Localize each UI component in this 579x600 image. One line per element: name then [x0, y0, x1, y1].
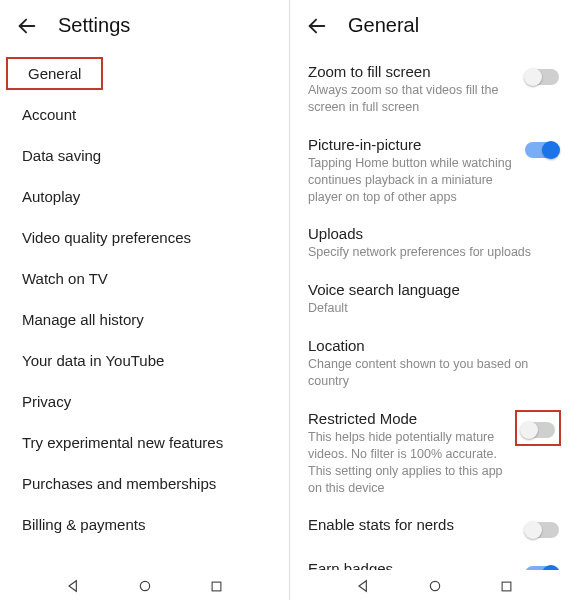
setting-desc: Default: [308, 300, 561, 317]
general-settings-list: Zoom to fill screenAlways zoom so that v…: [290, 47, 579, 570]
setting-row[interactable]: Voice search languageDefault: [290, 271, 579, 327]
nav-home-icon[interactable]: [427, 578, 443, 594]
settings-menu-item[interactable]: Account: [0, 94, 289, 135]
general-title: General: [348, 14, 419, 37]
settings-menu-item[interactable]: Manage all history: [0, 299, 289, 340]
setting-row[interactable]: Earn badgesReceive badges across all You…: [290, 550, 579, 570]
toggle-knob: [524, 521, 542, 539]
setting-title: Voice search language: [308, 281, 561, 298]
setting-desc: Tapping Home button while watching conti…: [308, 155, 513, 206]
setting-desc: This helps hide potentially mature video…: [308, 429, 505, 497]
toggle-switch[interactable]: [521, 422, 555, 438]
setting-row[interactable]: UploadsSpecify network preferences for u…: [290, 215, 579, 271]
setting-title: Restricted Mode: [308, 410, 505, 427]
toggle-wrap: [523, 516, 561, 540]
toggle-knob: [520, 421, 538, 439]
settings-menu-item[interactable]: Autoplay: [0, 176, 289, 217]
setting-desc: Always zoom so that videos fill the scre…: [308, 82, 513, 116]
setting-text: Voice search languageDefault: [308, 281, 561, 317]
setting-text: Picture-in-pictureTapping Home button wh…: [308, 136, 513, 206]
toggle-knob: [524, 68, 542, 86]
toggle-switch[interactable]: [525, 566, 559, 570]
setting-desc: Specify network preferences for uploads: [308, 244, 561, 261]
setting-text: LocationChange content shown to you base…: [308, 337, 561, 390]
nav-recent-icon[interactable]: [209, 579, 224, 594]
nav-back-icon[interactable]: [355, 578, 371, 594]
toggle-switch[interactable]: [525, 142, 559, 158]
toggle-wrap: [523, 560, 561, 570]
svg-rect-3: [212, 582, 221, 591]
svg-marker-5: [359, 581, 366, 592]
settings-title: Settings: [58, 14, 130, 37]
toggle-switch[interactable]: [525, 522, 559, 538]
setting-title: Uploads: [308, 225, 561, 242]
toggle-wrap: [523, 136, 561, 160]
setting-row[interactable]: Picture-in-pictureTapping Home button wh…: [290, 126, 579, 216]
toggle-switch[interactable]: [525, 69, 559, 85]
setting-title: Enable stats for nerds: [308, 516, 513, 533]
setting-text: Zoom to fill screenAlways zoom so that v…: [308, 63, 513, 116]
toggle-wrap: [515, 410, 561, 446]
setting-title: Picture-in-picture: [308, 136, 513, 153]
settings-menu-item[interactable]: Billing & payments: [0, 504, 289, 545]
settings-menu-item[interactable]: Video quality preferences: [0, 217, 289, 258]
general-header: General: [290, 0, 579, 47]
android-navbar: [290, 570, 579, 600]
settings-menu-item[interactable]: Watch on TV: [0, 258, 289, 299]
setting-row[interactable]: LocationChange content shown to you base…: [290, 327, 579, 400]
nav-home-icon[interactable]: [137, 578, 153, 594]
setting-text: UploadsSpecify network preferences for u…: [308, 225, 561, 261]
general-pane: General Zoom to fill screenAlways zoom s…: [290, 0, 579, 600]
settings-menu-item[interactable]: Data saving: [0, 135, 289, 176]
setting-row[interactable]: Enable stats for nerds: [290, 506, 579, 550]
setting-title: Earn badges: [308, 560, 513, 570]
settings-menu-item[interactable]: General: [6, 57, 103, 90]
nav-recent-icon[interactable]: [499, 579, 514, 594]
settings-menu-item[interactable]: Your data in YouTube: [0, 340, 289, 381]
nav-back-icon[interactable]: [65, 578, 81, 594]
svg-point-2: [140, 581, 149, 590]
setting-row[interactable]: Zoom to fill screenAlways zoom so that v…: [290, 53, 579, 126]
setting-text: Restricted ModeThis helps hide potential…: [308, 410, 505, 497]
setting-text: Enable stats for nerds: [308, 516, 513, 535]
toggle-knob: [542, 141, 560, 159]
settings-menu-item[interactable]: Try experimental new features: [0, 422, 289, 463]
svg-rect-7: [502, 582, 511, 591]
toggle-knob: [542, 565, 560, 570]
settings-menu: GeneralAccountData savingAutoplayVideo q…: [0, 47, 289, 570]
svg-marker-1: [69, 581, 76, 592]
android-navbar: [0, 570, 289, 600]
setting-title: Zoom to fill screen: [308, 63, 513, 80]
setting-row[interactable]: Restricted ModeThis helps hide potential…: [290, 400, 579, 507]
settings-menu-item[interactable]: Purchases and memberships: [0, 463, 289, 504]
back-icon[interactable]: [306, 15, 328, 37]
setting-text: Earn badgesReceive badges across all You…: [308, 560, 513, 570]
back-icon[interactable]: [16, 15, 38, 37]
settings-pane: Settings GeneralAccountData savingAutopl…: [0, 0, 290, 600]
settings-menu-item[interactable]: Privacy: [0, 381, 289, 422]
settings-header: Settings: [0, 0, 289, 47]
toggle-wrap: [523, 63, 561, 87]
setting-title: Location: [308, 337, 561, 354]
svg-point-6: [430, 581, 439, 590]
setting-desc: Change content shown to you based on cou…: [308, 356, 561, 390]
